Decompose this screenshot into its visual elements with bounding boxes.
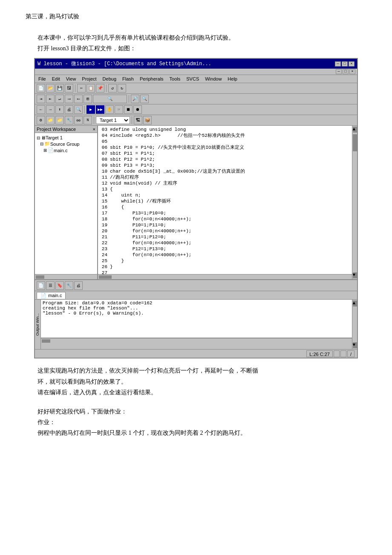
stop-btn[interactable]: ⏹ [124,105,133,114]
toolbar-sep6 [132,116,132,124]
doc-close-button[interactable]: × [349,69,355,74]
zoom-in-btn[interactable]: 🔎 [131,95,139,103]
minimize-button[interactable]: — [335,61,341,66]
project-close-btn[interactable]: × [93,127,95,132]
source-group-icon: 📁 [44,141,50,147]
toolbar-sep3 [129,95,129,103]
code-scrollbar-v[interactable]: ▲ ▼ [352,126,357,279]
indent5-btn[interactable]: ⊞ [84,95,92,103]
code-line: 10char code dx516[3] _at_ 0x003b;//这是为了仿… [98,168,352,174]
status-bar: L:26 C:27 / [35,349,357,358]
code-line: 05 [98,139,352,145]
menu-flash[interactable]: Flash [121,76,135,82]
nav3-btn[interactable]: ⬆ [55,105,64,114]
new-file-btn[interactable]: 📄 [37,84,45,92]
tree-item-source-group[interactable]: ⊟ 📁 Source Group [39,141,96,147]
run2-btn[interactable]: ▶▶ [96,105,104,114]
output-line: "lesson" - 0 Error(s), 0 Warning(s). [43,311,350,316]
undo-btn[interactable]: ↺ [108,84,117,92]
record-btn[interactable]: ⏺ [133,105,142,114]
code-line: 03#define ulong unsigned long [98,127,352,133]
bottom-btn5[interactable]: 🖨 [74,281,83,290]
target-btn2[interactable]: 📁 [46,116,55,124]
out-scroll-up[interactable]: ▲ [353,301,357,306]
target-btn3[interactable]: 📁 [55,116,64,124]
bottom-btn2[interactable]: ☰ [46,281,55,290]
source-group-label: Source Group [50,142,79,147]
scrollbar-down-btn[interactable]: ▼ [353,272,357,278]
ide-menubar: File Edit View Project Debug Flash Perip… [35,75,357,83]
menu-help[interactable]: Help [226,76,239,82]
menu-tools[interactable]: Tools [168,76,182,82]
menu-file[interactable]: File [37,76,48,82]
toolbar-sep1 [75,84,75,92]
bottom-btn3[interactable]: 🔖 [55,281,64,290]
indent2-btn[interactable]: ↵ [55,95,64,103]
target-select[interactable]: Target 1 [96,116,130,124]
menu-peripherals[interactable]: Peripherals [138,76,165,82]
code-scrollbar-h[interactable] [98,274,352,279]
find-btn[interactable]: 🔍 [74,105,83,114]
output-scrollbar-v[interactable]: ▲ ▼ [352,300,357,349]
print-btn[interactable]: 🖨 [65,105,73,114]
menu-view[interactable]: View [64,76,78,82]
maximize-button[interactable]: □ [342,61,348,66]
doc-minimize-button[interactable]: — [336,69,342,74]
project-scrollbar-h[interactable] [35,274,97,279]
ide-titlebar-controls[interactable]: — □ × [335,61,355,66]
paste-btn[interactable]: 📌 [96,84,104,92]
output-scrollbar-h[interactable] [41,338,352,343]
doc-maximize-button[interactable]: □ [343,69,349,74]
target-btn5[interactable]: ⚙⚙ [74,116,83,124]
hand2-btn[interactable]: ☞ [115,105,123,114]
back-btn[interactable]: ← [37,105,45,114]
tab-icon: 📄 [40,293,46,298]
open-btn[interactable]: 📂 [46,84,55,92]
copy-btn[interactable]: 📋 [86,84,95,92]
tree-item-mainc[interactable]: ⊞ 📄 main.c [43,147,96,153]
menu-window[interactable]: Window [203,76,223,82]
out-scroll-down[interactable]: ▼ [353,342,357,348]
main-c-tab[interactable]: 📄 main.c [37,292,66,299]
close-button[interactable]: × [349,61,355,66]
code-content: 03#define ulong unsigned long04#include … [98,126,352,274]
save-all-btn[interactable]: 🖫 [65,84,73,92]
homework-section: 好好研究这段代码，下面做作业： 作业： 例程中的跑马灯在同一时刻只显示 1 个灯… [37,406,366,439]
forward-btn[interactable]: → [46,105,55,114]
code-line: 07sbit P11 = P1^1; [98,150,352,156]
indent4-btn[interactable]: ⟵ [74,95,83,103]
redo-btn[interactable]: ↻ [118,84,126,92]
hand-btn[interactable]: ✋ [105,105,114,114]
zoom-out-btn[interactable]: 🔍 [140,95,149,103]
homework-label: 作业： [37,419,55,425]
build-btn[interactable]: 🏗 [134,116,142,124]
tree-item-target1[interactable]: ⊟ 🖥 Target 1 [36,135,96,141]
output-line: creating hex file from "lesson"... [43,306,350,311]
build2-btn[interactable]: 📦 [143,116,152,124]
menu-project[interactable]: Project [80,76,98,82]
outdent-btn[interactable]: ⇤ [46,95,55,103]
target-btn6[interactable]: N [84,116,92,124]
status-seg2 [334,350,340,357]
code-panel: 03#define ulong unsigned long04#include … [98,126,357,279]
indent3-btn[interactable]: ⟶ [65,95,73,103]
bottom-btn1[interactable]: 📄 [37,281,45,290]
save-btn[interactable]: 💾 [55,84,64,92]
search-btn[interactable]: 🔍 [93,95,127,103]
indent-btn[interactable]: ⇥ [37,95,45,103]
run-btn[interactable]: ▶ [86,105,95,114]
code-area: 03#define ulong unsigned long04#include … [98,126,352,279]
cut-btn[interactable]: ✂ [77,84,86,92]
bottom-btn4[interactable]: 🔧 [65,281,73,290]
code-line: 04#include <reg52.h> //包括一个52标准内核的头文件 [98,133,352,139]
ide-titlebar: W lesson - 微ision3 - [C:\Documents and S… [35,59,357,69]
output-side-label-container: Output Win... [35,300,41,349]
menu-debug[interactable]: Debug [101,76,118,82]
menu-edit[interactable]: Edit [50,76,62,82]
target-btn1[interactable]: ⚙ [37,116,45,124]
project-workspace-label: Project Workspace [37,127,76,132]
scrollbar-up-btn[interactable]: ▲ [353,127,357,133]
menu-svcs[interactable]: SVCS [184,76,201,82]
mainc-icon: 📄 [48,147,54,153]
target-btn4[interactable]: 🔧 [65,116,73,124]
